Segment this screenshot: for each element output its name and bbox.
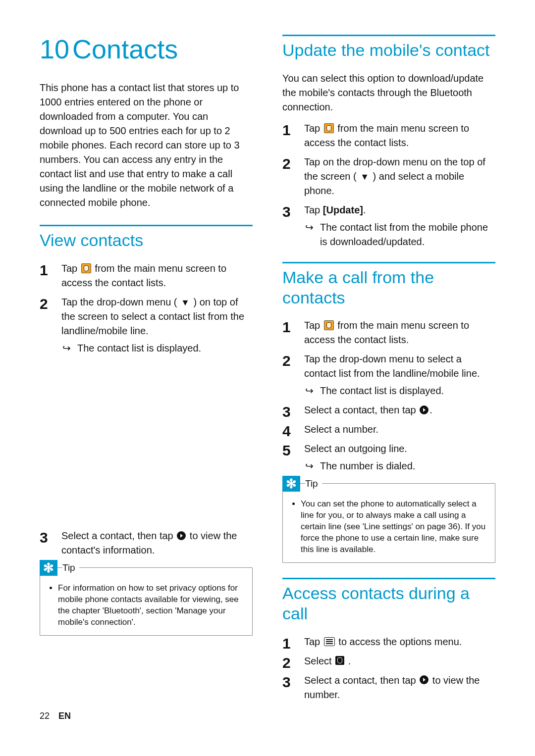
- section-rule: [282, 578, 495, 579]
- chapter-title: 10Contacts: [40, 35, 253, 64]
- contacts-icon: [81, 263, 91, 273]
- step-3: 3 Select a contact, then tap to view the…: [40, 529, 253, 557]
- tip-badge-icon: ✻: [282, 476, 300, 492]
- screenshot-placeholder: [40, 365, 253, 529]
- play-icon: [420, 675, 428, 684]
- view-contacts-steps: 1 Tap from the main menu screen to acces…: [40, 261, 253, 355]
- update-button-label: [Update]: [323, 204, 363, 215]
- make-call-heading: Make a call from the contacts: [282, 267, 495, 308]
- step-2-result: The contact list is displayed.: [61, 341, 253, 355]
- step-3: 3 Select a contact, then tap .: [282, 403, 495, 417]
- contacts-icon: [324, 123, 334, 133]
- step-1: 1 Tap from the main menu screen to acces…: [40, 261, 253, 290]
- section-rule: [40, 225, 253, 226]
- intro-paragraph: This phone has a contact list that store…: [40, 81, 253, 210]
- step-2-result: The contact list is displayed.: [304, 384, 495, 398]
- update-intro: You can select this option to download/u…: [282, 71, 495, 114]
- menu-icon: [324, 637, 335, 646]
- update-steps: 1 Tap from the main menu screen to acces…: [282, 121, 495, 249]
- step-3-result: The contact list from the mobile phone i…: [304, 220, 495, 249]
- step-3: 3 Tap [Update]. The contact list from th…: [282, 203, 495, 249]
- tip-label: Tip: [62, 562, 79, 573]
- step-2: 2 Tap the drop-down menu ( ▼ ) on top of…: [40, 295, 253, 355]
- access-steps: 1 Tap to access the options menu. 2 Sele…: [282, 635, 495, 702]
- tip-header: ✻ Tip: [40, 560, 79, 576]
- section-rule: [282, 35, 495, 36]
- manual-page: 10Contacts This phone has a contact list…: [0, 0, 535, 756]
- page-number: 22: [40, 711, 50, 721]
- tip-badge-icon: ✻: [40, 560, 57, 576]
- step-2: 2 Tap on the drop-down menu on the top o…: [282, 155, 495, 198]
- left-column: 10Contacts This phone has a contact list…: [40, 35, 253, 712]
- update-contact-heading: Update the mobile's contact: [282, 40, 495, 60]
- view-contacts-steps-cont: 3 Select a contact, then tap to view the…: [40, 529, 253, 557]
- access-during-call-heading: Access contacts during a call: [282, 583, 495, 624]
- step-1: 1 Tap from the main menu screen to acces…: [282, 121, 495, 150]
- language-code: EN: [58, 711, 71, 721]
- contacts-dark-icon: [335, 656, 344, 665]
- page-footer: 22EN: [40, 711, 71, 721]
- tip-header: ✻ Tip: [282, 476, 322, 492]
- chapter-number: 10: [40, 34, 69, 64]
- step-4: 4 Select a number.: [282, 422, 495, 437]
- tip-box-line: ✻ Tip You can set the phone to automatic…: [282, 483, 495, 563]
- play-icon: [420, 405, 428, 414]
- section-rule: [282, 262, 495, 263]
- step-3: 3 Select a contact, then tap to view the…: [282, 673, 495, 702]
- tip-box-privacy: ✻ Tip For information on how to set priv…: [40, 567, 253, 636]
- view-contacts-heading: View contacts: [40, 230, 253, 251]
- right-column: Update the mobile's contact You can sele…: [282, 35, 495, 712]
- step-1: 1 Tap to access the options menu.: [282, 635, 495, 649]
- step-1: 1 Tap from the main menu screen to acces…: [282, 318, 495, 347]
- step-2: 2 Select .: [282, 654, 495, 668]
- chapter-title-text: Contacts: [72, 34, 178, 64]
- tip-text: You can set the phone to automatically s…: [301, 499, 487, 555]
- tip-text: For information on how to set privacy op…: [58, 583, 244, 628]
- step-5-result: The number is dialed.: [304, 459, 495, 473]
- step-5: 5 Select an outgoing line. The number is…: [282, 442, 495, 473]
- two-column-layout: 10Contacts This phone has a contact list…: [40, 35, 495, 712]
- step-2: 2 Tap the drop-down menu to select a con…: [282, 352, 495, 398]
- tip-label: Tip: [305, 478, 322, 489]
- contacts-icon: [324, 320, 334, 330]
- make-call-steps: 1 Tap from the main menu screen to acces…: [282, 318, 495, 473]
- play-icon: [177, 531, 186, 540]
